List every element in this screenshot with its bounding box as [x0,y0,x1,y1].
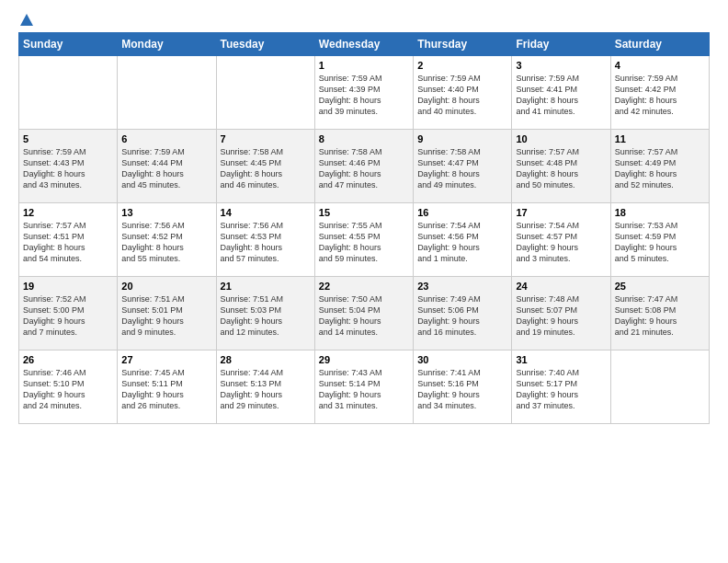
day-number: 18 [615,207,705,218]
day-info: Sunrise: 7:50 AM Sunset: 5:04 PM Dayligh… [319,293,409,339]
day-info: Sunrise: 7:49 AM Sunset: 5:06 PM Dayligh… [417,293,507,339]
day-number: 7 [221,133,311,144]
day-info: Sunrise: 7:58 AM Sunset: 4:46 PM Dayligh… [319,146,409,191]
day-number: 6 [121,133,211,144]
day-cell: 1Sunrise: 7:59 AM Sunset: 4:39 PM Daylig… [314,56,413,130]
week-row-2: 5Sunrise: 7:59 AM Sunset: 4:43 PM Daylig… [19,130,710,203]
page: SundayMondayTuesdayWednesdayThursdayFrid… [0,0,728,433]
col-header-sunday: Sunday [19,33,118,56]
col-header-wednesday: Wednesday [314,33,413,56]
day-info: Sunrise: 7:40 AM Sunset: 5:17 PM Dayligh… [516,367,606,412]
day-cell: 24Sunrise: 7:48 AM Sunset: 5:07 PM Dayli… [512,277,610,350]
day-cell: 22Sunrise: 7:50 AM Sunset: 5:04 PM Dayli… [314,277,413,350]
day-info: Sunrise: 7:41 AM Sunset: 5:16 PM Dayligh… [417,367,507,412]
col-header-friday: Friday [512,33,610,56]
day-number: 5 [23,133,113,144]
col-header-saturday: Saturday [610,33,709,56]
day-info: Sunrise: 7:53 AM Sunset: 4:59 PM Dayligh… [615,220,705,265]
day-info: Sunrise: 7:56 AM Sunset: 4:53 PM Dayligh… [221,220,311,265]
day-number: 4 [615,60,705,71]
week-row-4: 19Sunrise: 7:52 AM Sunset: 5:00 PM Dayli… [19,277,710,350]
day-info: Sunrise: 7:56 AM Sunset: 4:52 PM Dayligh… [121,220,211,265]
day-number: 2 [417,60,507,71]
day-info: Sunrise: 7:59 AM Sunset: 4:41 PM Dayligh… [516,73,606,118]
day-number: 15 [319,207,409,218]
day-cell [610,350,709,424]
day-cell: 14Sunrise: 7:56 AM Sunset: 4:53 PM Dayli… [216,203,314,277]
week-row-3: 12Sunrise: 7:57 AM Sunset: 4:51 PM Dayli… [19,203,710,277]
day-cell: 26Sunrise: 7:46 AM Sunset: 5:10 PM Dayli… [19,350,118,424]
day-number: 29 [319,354,409,365]
day-info: Sunrise: 7:57 AM Sunset: 4:48 PM Dayligh… [516,146,606,191]
col-header-tuesday: Tuesday [216,33,314,56]
week-row-1: 1Sunrise: 7:59 AM Sunset: 4:39 PM Daylig… [19,56,710,130]
day-info: Sunrise: 7:43 AM Sunset: 5:14 PM Dayligh… [319,367,409,412]
day-number: 10 [516,133,606,144]
week-row-5: 26Sunrise: 7:46 AM Sunset: 5:10 PM Dayli… [19,350,710,424]
day-cell: 3Sunrise: 7:59 AM Sunset: 4:41 PM Daylig… [512,56,610,130]
day-cell: 5Sunrise: 7:59 AM Sunset: 4:43 PM Daylig… [19,130,118,203]
day-number: 20 [121,281,211,292]
calendar-table: SundayMondayTuesdayWednesdayThursdayFrid… [18,32,710,424]
day-info: Sunrise: 7:58 AM Sunset: 4:45 PM Dayligh… [221,146,311,191]
day-cell: 30Sunrise: 7:41 AM Sunset: 5:16 PM Dayli… [414,350,512,424]
day-cell: 25Sunrise: 7:47 AM Sunset: 5:08 PM Dayli… [610,277,709,350]
day-cell: 16Sunrise: 7:54 AM Sunset: 4:56 PM Dayli… [414,203,512,277]
header [18,15,710,23]
day-cell: 8Sunrise: 7:58 AM Sunset: 4:46 PM Daylig… [314,130,413,203]
col-header-thursday: Thursday [414,33,512,56]
day-cell: 31Sunrise: 7:40 AM Sunset: 5:17 PM Dayli… [512,350,610,424]
day-number: 17 [516,207,606,218]
day-cell: 12Sunrise: 7:57 AM Sunset: 4:51 PM Dayli… [19,203,118,277]
day-info: Sunrise: 7:59 AM Sunset: 4:44 PM Dayligh… [121,146,211,191]
day-info: Sunrise: 7:59 AM Sunset: 4:39 PM Dayligh… [319,73,409,118]
day-cell: 11Sunrise: 7:57 AM Sunset: 4:49 PM Dayli… [610,130,709,203]
day-cell: 2Sunrise: 7:59 AM Sunset: 4:40 PM Daylig… [414,56,512,130]
day-info: Sunrise: 7:55 AM Sunset: 4:55 PM Dayligh… [319,220,409,265]
day-info: Sunrise: 7:57 AM Sunset: 4:49 PM Dayligh… [615,146,705,191]
day-number: 12 [23,207,113,218]
day-info: Sunrise: 7:54 AM Sunset: 4:57 PM Dayligh… [516,220,606,265]
day-number: 22 [319,281,409,292]
day-info: Sunrise: 7:46 AM Sunset: 5:10 PM Dayligh… [23,367,113,412]
day-number: 30 [417,354,507,365]
day-info: Sunrise: 7:54 AM Sunset: 4:56 PM Dayligh… [417,220,507,265]
day-info: Sunrise: 7:47 AM Sunset: 5:08 PM Dayligh… [615,293,705,339]
day-number: 31 [516,354,606,365]
day-number: 25 [615,281,705,292]
day-cell: 10Sunrise: 7:57 AM Sunset: 4:48 PM Dayli… [512,130,610,203]
day-number: 28 [221,354,311,365]
day-number: 24 [516,281,606,292]
day-number: 11 [615,133,705,144]
logo-triangle-icon [20,14,33,26]
day-cell [216,56,314,130]
day-cell [118,56,216,130]
day-number: 23 [417,281,507,292]
day-info: Sunrise: 7:52 AM Sunset: 5:00 PM Dayligh… [23,293,113,339]
day-number: 13 [121,207,211,218]
day-number: 16 [417,207,507,218]
day-cell: 9Sunrise: 7:58 AM Sunset: 4:47 PM Daylig… [414,130,512,203]
day-info: Sunrise: 7:44 AM Sunset: 5:13 PM Dayligh… [221,367,311,412]
day-cell: 21Sunrise: 7:51 AM Sunset: 5:03 PM Dayli… [216,277,314,350]
header-row: SundayMondayTuesdayWednesdayThursdayFrid… [19,33,710,56]
col-header-monday: Monday [118,33,216,56]
logo [18,15,33,23]
day-info: Sunrise: 7:51 AM Sunset: 5:03 PM Dayligh… [221,293,311,339]
day-number: 27 [121,354,211,365]
day-info: Sunrise: 7:58 AM Sunset: 4:47 PM Dayligh… [417,146,507,191]
day-cell: 29Sunrise: 7:43 AM Sunset: 5:14 PM Dayli… [314,350,413,424]
day-info: Sunrise: 7:51 AM Sunset: 5:01 PM Dayligh… [121,293,211,339]
day-cell: 4Sunrise: 7:59 AM Sunset: 4:42 PM Daylig… [610,56,709,130]
day-info: Sunrise: 7:57 AM Sunset: 4:51 PM Dayligh… [23,220,113,265]
day-cell: 20Sunrise: 7:51 AM Sunset: 5:01 PM Dayli… [118,277,216,350]
day-number: 21 [221,281,311,292]
day-cell: 7Sunrise: 7:58 AM Sunset: 4:45 PM Daylig… [216,130,314,203]
day-cell: 18Sunrise: 7:53 AM Sunset: 4:59 PM Dayli… [610,203,709,277]
day-number: 3 [516,60,606,71]
day-cell: 28Sunrise: 7:44 AM Sunset: 5:13 PM Dayli… [216,350,314,424]
day-number: 1 [319,60,409,71]
day-cell: 19Sunrise: 7:52 AM Sunset: 5:00 PM Dayli… [19,277,118,350]
day-cell [19,56,118,130]
day-number: 14 [221,207,311,218]
